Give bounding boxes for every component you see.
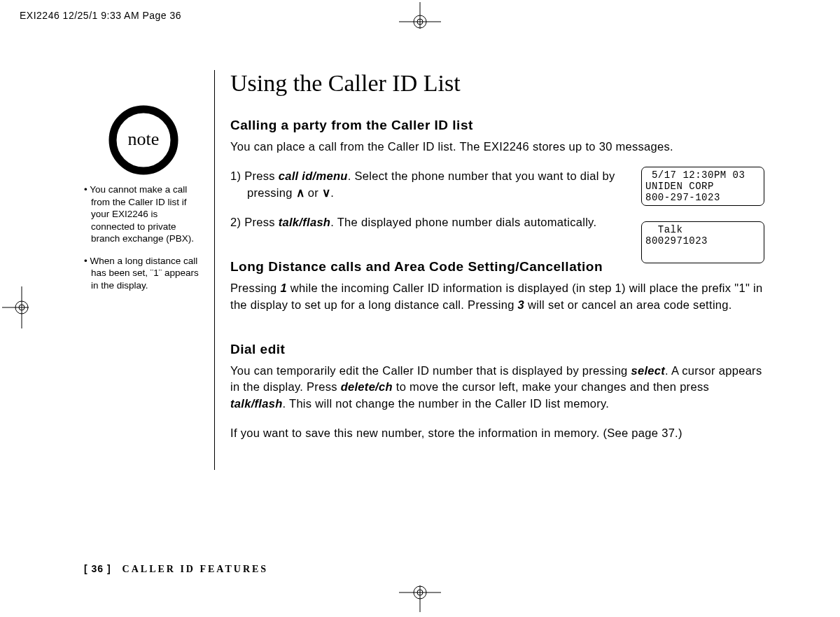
- step-1: 1) Press call id/menu. Select the phone …: [230, 168, 615, 202]
- section-heading: Calling a party from the Caller ID list: [230, 118, 767, 133]
- crop-mark-top: [399, 2, 441, 32]
- page-title: Using the Caller ID List: [230, 70, 767, 97]
- page-footer: [ 36 ] CALLER ID FEATURES: [84, 563, 268, 575]
- sidebar-note: note • You cannot make a call from the C…: [84, 105, 203, 301]
- step-2: 2) Press talk/flash. The displayed phone…: [230, 214, 615, 231]
- lcd-display-1: 5/17 12:30PM 03 UNIDEN CORP 800-297-1023: [641, 167, 764, 206]
- body-text: You can temporarily edit the Caller ID n…: [230, 363, 767, 413]
- page-number: [ 36 ]: [84, 563, 111, 574]
- main-content: Using the Caller ID List Calling a party…: [214, 70, 767, 470]
- note-icon: note: [108, 105, 178, 175]
- body-text: You can place a call from the Caller ID …: [230, 139, 767, 155]
- footer-section: CALLER ID FEATURES: [122, 564, 269, 574]
- note-item: • When a long distance call has been set…: [84, 255, 203, 292]
- note-label: note: [128, 129, 160, 150]
- crop-mark-left: [2, 286, 29, 331]
- section-heading: Dial edit: [230, 342, 767, 357]
- print-slug: EXI2246 12/25/1 9:33 AM Page 36: [20, 10, 181, 21]
- note-item: • You cannot make a call from the Caller…: [84, 183, 203, 245]
- body-text: Pressing 1 while the incoming Caller ID …: [230, 280, 767, 314]
- body-text: If you want to save this new number, sto…: [230, 425, 767, 442]
- lcd-display-2: Talk 8002971023: [641, 221, 764, 263]
